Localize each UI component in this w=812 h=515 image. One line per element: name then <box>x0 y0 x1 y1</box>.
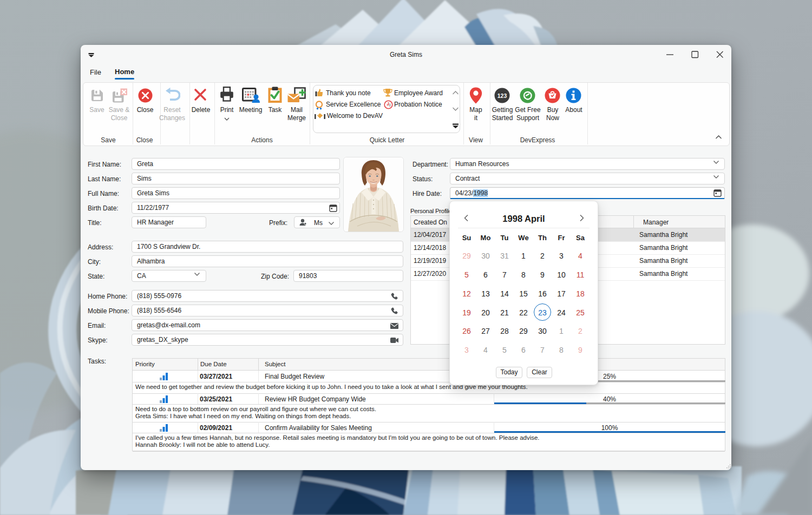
svg-text:123: 123 <box>497 93 507 99</box>
